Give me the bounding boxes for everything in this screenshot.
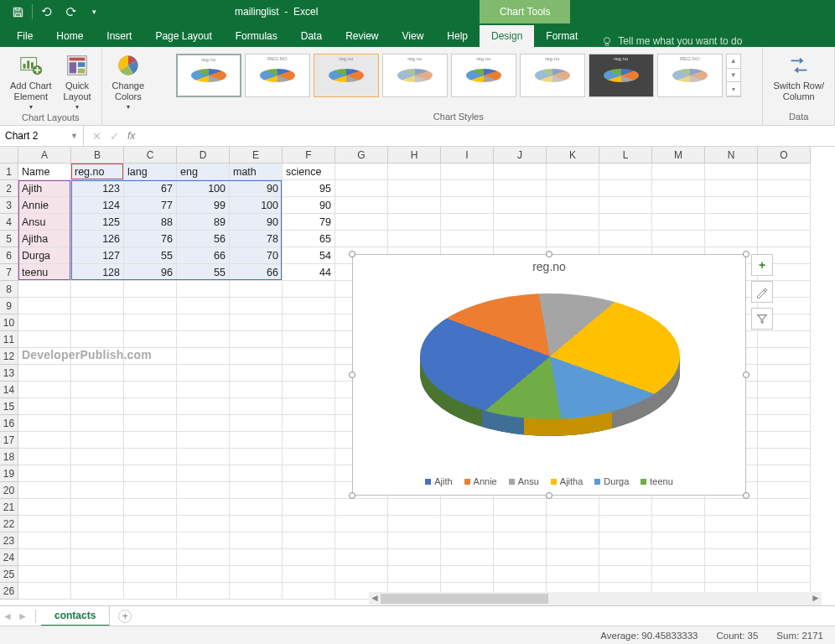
- cell-F11[interactable]: [283, 331, 335, 348]
- col-header-C[interactable]: C: [124, 147, 177, 164]
- cell-A25[interactable]: [18, 566, 71, 583]
- cell-D6[interactable]: 66: [177, 247, 230, 264]
- legend-item-ajith[interactable]: Ajith: [425, 476, 452, 486]
- cell-E26[interactable]: [230, 583, 283, 600]
- cell-C22[interactable]: [124, 516, 177, 532]
- cell-H21[interactable]: [388, 499, 441, 516]
- cell-L24[interactable]: [599, 549, 652, 566]
- cell-D13[interactable]: [177, 365, 230, 382]
- cell-J24[interactable]: [494, 549, 547, 566]
- add-sheet-button[interactable]: +: [118, 610, 132, 623]
- save-icon[interactable]: [7, 2, 29, 22]
- name-box[interactable]: Chart 2▼: [0, 126, 84, 146]
- cell-E2[interactable]: 90: [230, 180, 283, 197]
- sheet-nav-prev[interactable]: ◄: [0, 610, 15, 622]
- cell-I4[interactable]: [441, 214, 494, 231]
- row-header-4[interactable]: 4: [0, 214, 18, 231]
- cell-E19[interactable]: [230, 465, 283, 482]
- cell-B1[interactable]: reg.no: [71, 164, 124, 180]
- row-header-24[interactable]: 24: [0, 549, 18, 566]
- cell-L23[interactable]: [599, 532, 652, 549]
- cell-F24[interactable]: [283, 549, 335, 566]
- cell-F22[interactable]: [283, 516, 335, 532]
- cell-B18[interactable]: [71, 449, 124, 465]
- pie-chart-plot[interactable]: [420, 293, 680, 449]
- cell-H5[interactable]: [388, 231, 441, 247]
- cell-D8[interactable]: [177, 281, 230, 298]
- cell-N4[interactable]: [705, 214, 758, 231]
- cell-C24[interactable]: [124, 549, 177, 566]
- cell-N5[interactable]: [705, 231, 758, 247]
- fx-icon[interactable]: fx: [127, 130, 135, 142]
- cell-D20[interactable]: [177, 482, 230, 499]
- cell-D7[interactable]: 55: [177, 264, 230, 281]
- cell-I1[interactable]: [441, 164, 494, 180]
- cell-E1[interactable]: math: [230, 164, 283, 180]
- cell-F10[interactable]: [283, 314, 335, 331]
- cell-H3[interactable]: [388, 197, 441, 214]
- cell-A17[interactable]: [18, 432, 71, 449]
- cell-N2[interactable]: [705, 180, 758, 197]
- cell-K22[interactable]: [547, 516, 599, 532]
- cell-A20[interactable]: [18, 482, 71, 499]
- cell-O17[interactable]: [758, 432, 811, 449]
- cell-C18[interactable]: [124, 449, 177, 465]
- col-header-H[interactable]: H: [388, 147, 441, 164]
- cell-A4[interactable]: Ansu: [18, 214, 71, 231]
- cell-K2[interactable]: [547, 180, 599, 197]
- row-header-5[interactable]: 5: [0, 231, 18, 247]
- chart-handle-se[interactable]: [743, 492, 749, 499]
- cell-G24[interactable]: [335, 549, 388, 566]
- cell-I23[interactable]: [441, 532, 494, 549]
- row-header-25[interactable]: 25: [0, 566, 18, 583]
- cell-I24[interactable]: [441, 549, 494, 566]
- cell-B19[interactable]: [71, 465, 124, 482]
- row-header-6[interactable]: 6: [0, 247, 18, 264]
- cell-O15[interactable]: [758, 398, 811, 415]
- row-header-14[interactable]: 14: [0, 382, 18, 398]
- cell-K24[interactable]: [547, 549, 599, 566]
- cell-O11[interactable]: [758, 331, 811, 348]
- cell-B17[interactable]: [71, 432, 124, 449]
- cell-G23[interactable]: [335, 532, 388, 549]
- chart-handle-ne[interactable]: [743, 251, 749, 257]
- cell-H22[interactable]: [388, 516, 441, 532]
- cell-E24[interactable]: [230, 549, 283, 566]
- cell-A6[interactable]: Durga: [18, 247, 71, 264]
- legend-item-teenu[interactable]: teenu: [641, 476, 673, 486]
- cell-O23[interactable]: [758, 532, 811, 549]
- cell-F16[interactable]: [283, 415, 335, 432]
- chart-styles-scroll[interactable]: ▲▼▾: [726, 54, 741, 97]
- cell-D11[interactable]: [177, 331, 230, 348]
- cell-F19[interactable]: [283, 465, 335, 482]
- row-header-3[interactable]: 3: [0, 197, 18, 214]
- cell-E6[interactable]: 70: [230, 247, 283, 264]
- tab-review[interactable]: Review: [334, 25, 390, 47]
- cell-E11[interactable]: [230, 331, 283, 348]
- cell-I25[interactable]: [441, 566, 494, 583]
- row-header-13[interactable]: 13: [0, 365, 18, 382]
- cell-A13[interactable]: [18, 365, 71, 382]
- cell-A15[interactable]: [18, 398, 71, 415]
- cell-A9[interactable]: [18, 298, 71, 314]
- chart-handle-n[interactable]: [546, 251, 552, 257]
- col-header-A[interactable]: A: [18, 147, 71, 164]
- legend-item-ansu[interactable]: Ansu: [509, 476, 539, 486]
- cell-B16[interactable]: [71, 415, 124, 432]
- tell-me-search[interactable]: Tell me what you want to do: [589, 35, 742, 47]
- cell-E18[interactable]: [230, 449, 283, 465]
- cell-I3[interactable]: [441, 197, 494, 214]
- cell-E9[interactable]: [230, 298, 283, 314]
- col-header-O[interactable]: O: [758, 147, 811, 164]
- tab-design[interactable]: Design: [480, 25, 534, 47]
- cell-O5[interactable]: [758, 231, 811, 247]
- cell-D9[interactable]: [177, 298, 230, 314]
- cell-N3[interactable]: [705, 197, 758, 214]
- chart-style-7[interactable]: reg.no: [589, 54, 654, 97]
- cell-C10[interactable]: [124, 314, 177, 331]
- col-header-L[interactable]: L: [599, 147, 652, 164]
- cell-F23[interactable]: [283, 532, 335, 549]
- col-header-J[interactable]: J: [494, 147, 547, 164]
- cell-G5[interactable]: [335, 231, 388, 247]
- cell-D16[interactable]: [177, 415, 230, 432]
